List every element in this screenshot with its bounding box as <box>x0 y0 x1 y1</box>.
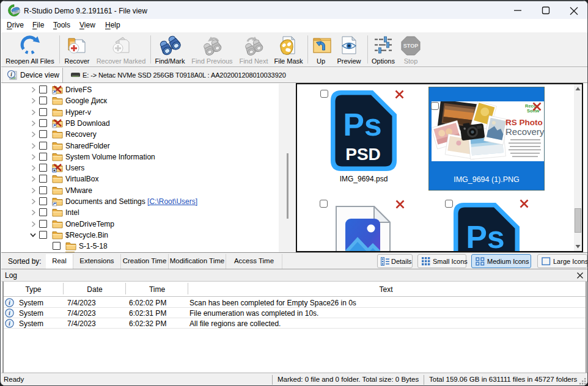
svg-text:STOP: STOP <box>403 43 418 49</box>
svg-text:RS Photo: RS Photo <box>505 118 543 127</box>
svg-text:i: i <box>9 310 10 316</box>
svg-text:i: i <box>10 71 12 78</box>
svg-text:i: i <box>9 299 10 306</box>
svg-text:i: i <box>9 320 10 327</box>
svg-text:Recovery: Recovery <box>505 126 544 137</box>
